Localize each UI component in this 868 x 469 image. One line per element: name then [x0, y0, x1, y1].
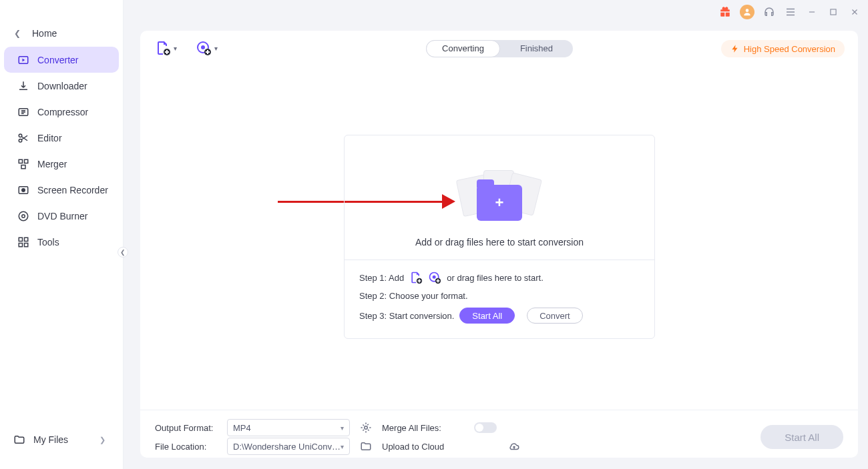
add-file-button[interactable]: ▾: [155, 40, 177, 56]
output-format-select[interactable]: MP4 ▾: [227, 419, 350, 436]
output-format-value: MP4: [233, 423, 251, 433]
bottom-bar: Output Format: MP4 ▾ Merge All Files: St…: [140, 410, 858, 458]
add-disc-icon: [428, 271, 441, 284]
svg-point-9: [19, 211, 28, 221]
folder-icon: [12, 432, 27, 447]
dropzone-steps: Step 1: Add or drag files here to start.…: [345, 260, 654, 341]
maximize-icon[interactable]: [827, 5, 840, 19]
scissors-icon: [16, 131, 31, 145]
sidebar-collapse-toggle[interactable]: ❮: [118, 247, 128, 258]
merger-icon: [16, 157, 31, 171]
add-file-icon: [409, 271, 423, 284]
sidebar-my-files-label: My Files: [33, 434, 68, 445]
close-icon[interactable]: [848, 5, 861, 19]
record-icon: [16, 183, 31, 197]
sidebar-item-converter[interactable]: Converter: [4, 47, 119, 73]
sidebar-home[interactable]: ❮ Home: [0, 20, 123, 47]
caret-down-icon: ▾: [214, 45, 218, 52]
svg-point-8: [22, 188, 25, 191]
headset-icon[interactable]: [763, 5, 776, 19]
tab-converting[interactable]: Converting: [426, 40, 500, 57]
cloud-upload-icon[interactable]: [474, 440, 554, 452]
dropzone-click-area[interactable]: + Add or drag files here to start conver…: [345, 135, 654, 260]
merge-toggle[interactable]: [474, 422, 497, 433]
grid-icon: [16, 235, 31, 250]
caret-down-icon: ▾: [174, 45, 177, 52]
sidebar-item-label: Screen Recorder: [37, 185, 108, 195]
dropzone: + Add or drag files here to start conver…: [344, 135, 655, 339]
sidebar-my-files[interactable]: My Files ❯: [0, 426, 123, 453]
sidebar-item-label: Downloader: [37, 81, 87, 91]
svg-point-15: [746, 9, 749, 12]
svg-rect-11: [19, 238, 22, 241]
output-format-label: Output Format:: [155, 423, 222, 433]
svg-rect-12: [25, 238, 28, 241]
caret-down-icon: ▾: [341, 424, 344, 432]
caret-down-icon: ▾: [341, 443, 344, 450]
start-all-disabled-button[interactable]: Start All: [761, 425, 843, 449]
step-1-pre: Step 1: Add: [359, 273, 404, 283]
step-2: Step 2: Choose your format.: [359, 291, 640, 301]
minimize-icon[interactable]: [805, 5, 819, 19]
start-all-button[interactable]: Start All: [459, 308, 515, 324]
disc-icon: [16, 209, 31, 223]
step-1: Step 1: Add or drag files here to start.: [359, 271, 640, 284]
svg-rect-5: [25, 159, 28, 163]
sidebar-item-label: Tools: [37, 237, 59, 248]
add-disc-button[interactable]: ▾: [196, 40, 218, 56]
svg-rect-13: [19, 243, 22, 246]
chevron-left-icon: ❮: [12, 29, 23, 38]
svg-rect-14: [25, 243, 28, 246]
sidebar-item-merger[interactable]: Merger: [4, 151, 119, 177]
titlebar: [124, 0, 868, 24]
step-1-post: or drag files here to start.: [447, 273, 544, 283]
sidebar-item-label: Compressor: [37, 107, 88, 117]
svg-rect-16: [831, 9, 836, 15]
convert-button[interactable]: Convert: [527, 308, 583, 324]
sidebar-item-editor[interactable]: Editor: [4, 125, 119, 151]
sidebar-item-label: Merger: [37, 159, 67, 169]
avatar[interactable]: [740, 5, 754, 19]
svg-point-3: [19, 139, 22, 142]
settings-icon[interactable]: [355, 422, 377, 434]
main-panel: ▾ ▾ Converting Finished High Speed Conve…: [140, 31, 858, 458]
high-speed-conversion-button[interactable]: High Speed Conversion: [721, 40, 845, 57]
sidebar-item-dvd-burner[interactable]: DVD Burner: [4, 203, 119, 229]
gift-icon[interactable]: [718, 5, 732, 19]
folder-plus-icon: +: [453, 173, 546, 226]
open-folder-icon[interactable]: [355, 440, 377, 452]
sidebar-item-label: Converter: [37, 55, 78, 65]
svg-rect-4: [19, 159, 22, 163]
sidebar-item-tools[interactable]: Tools: [4, 229, 119, 255]
tab-switcher: Converting Finished: [426, 40, 573, 57]
sidebar-item-label: DVD Burner: [37, 211, 87, 221]
tab-finished[interactable]: Finished: [500, 41, 573, 57]
high-speed-label: High Speed Conversion: [744, 44, 835, 54]
merge-label: Merge All Files:: [382, 423, 469, 433]
upload-cloud-label: Upload to Cloud: [382, 442, 469, 452]
step-3-label: Step 3: Start conversion.: [359, 311, 454, 321]
svg-point-19: [202, 46, 204, 49]
file-location-label: File Location:: [155, 442, 222, 452]
sidebar-item-label: Editor: [37, 133, 62, 143]
menu-icon[interactable]: [784, 5, 797, 19]
sidebar: ❮ Home Converter Downloader Compressor E…: [0, 0, 124, 469]
sidebar-item-screen-recorder[interactable]: Screen Recorder: [4, 177, 119, 203]
download-icon: [16, 79, 31, 93]
step-3: Step 3: Start conversion. Start All Conv…: [359, 308, 640, 324]
svg-point-25: [365, 426, 368, 430]
sidebar-item-downloader[interactable]: Downloader: [4, 73, 119, 99]
svg-rect-6: [21, 165, 25, 168]
bolt-icon: [730, 44, 740, 53]
svg-point-2: [19, 134, 22, 137]
converter-icon: [16, 53, 31, 67]
compressor-icon: [16, 105, 31, 119]
svg-point-23: [433, 276, 435, 278]
chevron-right-icon: ❯: [99, 436, 105, 444]
dropzone-message: Add or drag files here to start conversi…: [415, 237, 584, 248]
file-location-value: D:\Wondershare UniConverter: [233, 442, 341, 452]
toolbar: ▾ ▾: [155, 40, 218, 56]
sidebar-item-compressor[interactable]: Compressor: [4, 99, 119, 125]
file-location-select[interactable]: D:\Wondershare UniConverter ▾: [227, 438, 350, 455]
sidebar-home-label: Home: [32, 28, 57, 39]
